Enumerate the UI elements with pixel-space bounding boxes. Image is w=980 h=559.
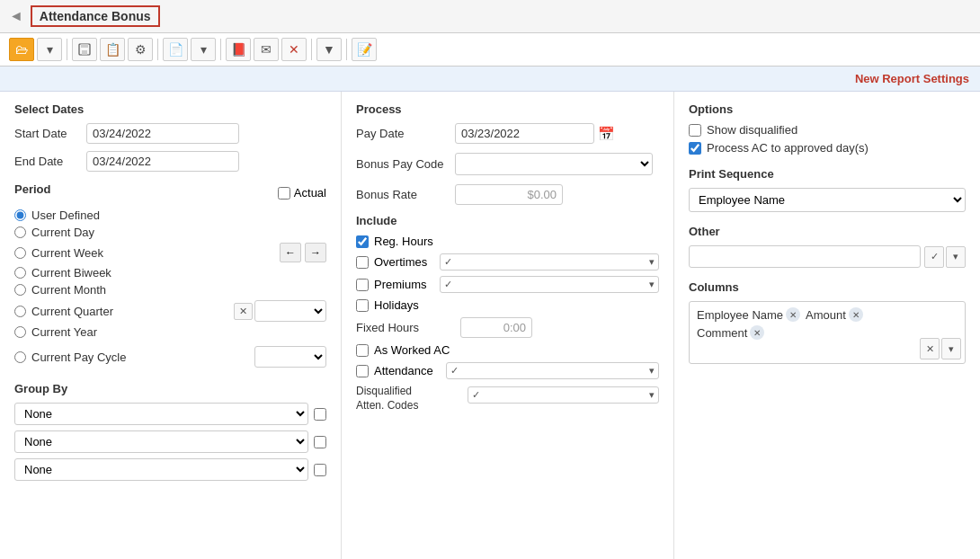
period-current-month-radio[interactable] <box>14 284 26 296</box>
week-prev-button[interactable]: ← <box>280 243 301 262</box>
quarter-select[interactable] <box>254 300 326 322</box>
notes-button[interactable]: 📝 <box>352 38 377 61</box>
quarter-clear-button[interactable]: ✕ <box>234 303 253 320</box>
period-current-day-row: Current Day <box>14 226 326 239</box>
end-date-input[interactable] <box>86 151 239 172</box>
folder-open-button[interactable]: 🗁 <box>9 38 34 61</box>
period-current-biweek-radio[interactable] <box>14 267 26 279</box>
back-button[interactable]: ◄ <box>9 8 23 24</box>
separator-2 <box>157 39 158 60</box>
start-date-input[interactable] <box>86 123 239 144</box>
column-amount-label: Amount <box>806 308 846 322</box>
group-select-3[interactable]: None <box>14 458 308 481</box>
columns-box-buttons: ✕ ▾ <box>920 338 961 359</box>
pay-cycle-select[interactable] <box>254 346 326 368</box>
overtimes-row: Overtimes ✓ ▾ <box>356 253 659 271</box>
period-radio-group: User Defined Current Day Current Week ← … <box>14 209 326 368</box>
print-sequence-section: Print Sequence Employee Name Employee ID… <box>689 167 966 212</box>
group-select-2[interactable]: None <box>14 430 308 453</box>
attendance-dropdown[interactable]: ✓ ▾ <box>446 362 659 379</box>
bonus-pay-code-select[interactable] <box>455 153 653 175</box>
bonus-rate-input[interactable] <box>455 184 563 205</box>
save-button[interactable] <box>72 38 97 61</box>
title-bar: ◄ Attendance Bonus <box>0 0 980 33</box>
attendance-dd-arrow-icon: ▾ <box>649 365 655 377</box>
period-current-biweek-row: Current Biweek <box>14 266 326 280</box>
fixed-hours-input[interactable] <box>460 317 532 338</box>
pay-date-input[interactable] <box>455 123 594 144</box>
period-current-pay-cycle-radio[interactable] <box>14 351 26 363</box>
week-next-button[interactable]: → <box>305 243 326 262</box>
group-select-1[interactable]: None <box>14 403 308 425</box>
column-employee-name-remove[interactable]: ✕ <box>786 307 800 322</box>
new-button[interactable]: 📄 <box>163 38 188 61</box>
holidays-row: Holidays <box>356 298 659 312</box>
premiums-check[interactable] <box>356 279 369 291</box>
column-amount-remove[interactable]: ✕ <box>849 307 863 322</box>
period-current-quarter-row: Current Quarter ✕ <box>14 300 326 322</box>
separator-3 <box>220 39 221 60</box>
calendar-icon[interactable]: 📅 <box>598 126 615 142</box>
fixed-hours-row: Fixed Hours <box>356 317 659 338</box>
attendance-row: Attendance ✓ ▾ <box>356 362 659 379</box>
select-dates-title: Select Dates <box>14 102 326 116</box>
columns-section: Columns Employee Name ✕ Amount ✕ Comment <box>689 280 966 364</box>
copy-button[interactable]: 📋 <box>100 38 125 61</box>
other-arrow-button[interactable]: ▾ <box>946 246 966 268</box>
period-current-week-row: Current Week ← → <box>14 243 326 262</box>
column-comment-remove[interactable]: ✕ <box>750 325 764 340</box>
filter-button[interactable]: ▼ <box>316 38 342 61</box>
svg-rect-2 <box>82 50 87 55</box>
period-section: Period Actual User Defined Current Day <box>14 182 326 368</box>
other-input[interactable] <box>689 245 921 268</box>
period-current-week-radio[interactable] <box>14 247 26 259</box>
columns-arrow-button[interactable]: ▾ <box>941 338 961 359</box>
overtimes-label: Overtimes <box>374 255 427 269</box>
column-employee-name-label: Employee Name <box>697 308 783 322</box>
period-current-year-radio[interactable] <box>14 326 26 338</box>
overtimes-check[interactable] <box>356 256 369 269</box>
group-check-3[interactable] <box>314 464 326 476</box>
as-worked-check[interactable] <box>356 344 369 357</box>
process-ac-check[interactable] <box>689 142 701 155</box>
period-user-defined-radio[interactable] <box>14 209 26 221</box>
show-disqualified-check[interactable] <box>689 124 701 137</box>
holidays-check[interactable] <box>356 299 369 312</box>
print-sequence-select[interactable]: Employee Name Employee ID Department Las… <box>689 188 966 212</box>
premiums-label: Premiums <box>374 278 427 291</box>
group-check-2[interactable] <box>314 436 326 448</box>
overtimes-dropdown[interactable]: ✓ ▾ <box>440 253 659 271</box>
other-buttons: ✓ ▾ <box>924 246 966 268</box>
open-dropdown-button[interactable]: ▾ <box>37 38 62 61</box>
group-check-1[interactable] <box>314 408 326 421</box>
column-tag-employee-name: Employee Name ✕ <box>697 307 800 322</box>
report-header: New Report Settings <box>0 67 980 92</box>
period-title: Period <box>14 182 50 196</box>
reg-hours-check[interactable] <box>356 235 369 248</box>
actual-checkbox[interactable] <box>278 187 290 200</box>
svg-rect-1 <box>81 44 88 48</box>
email-button[interactable]: ✉ <box>254 38 279 61</box>
disqualified-row: DisqualifiedAtten. Codes ✓ ▾ <box>356 385 659 413</box>
reg-hours-row: Reg. Hours <box>356 235 659 248</box>
process-ac-label: Process AC to approved day(s) <box>707 141 869 155</box>
disqualified-dropdown[interactable]: ✓ ▾ <box>468 386 659 404</box>
other-section: Other ✓ ▾ <box>689 225 966 268</box>
columns-clear-button[interactable]: ✕ <box>920 338 940 359</box>
period-current-quarter-radio[interactable] <box>14 306 26 317</box>
bonus-rate-row: Bonus Rate <box>356 184 659 205</box>
attendance-check[interactable] <box>356 365 369 377</box>
bonus-rate-label: Bonus Rate <box>356 188 455 201</box>
period-header: Period Actual <box>14 182 326 203</box>
disqualified-dd-check-icon: ✓ <box>472 389 480 401</box>
other-check-button[interactable]: ✓ <box>924 246 944 268</box>
pdf-button[interactable]: 📕 <box>226 38 251 61</box>
settings-button[interactable]: ⚙ <box>128 38 153 61</box>
delete-button[interactable]: ✕ <box>281 38 307 61</box>
separator-1 <box>67 39 67 60</box>
period-current-day-radio[interactable] <box>14 226 26 238</box>
new-dropdown-button[interactable]: ▾ <box>191 38 216 61</box>
period-current-biweek-label: Current Biweek <box>31 266 111 280</box>
left-panel: Select Dates Start Date End Date Period … <box>0 92 342 559</box>
premiums-dropdown[interactable]: ✓ ▾ <box>440 276 659 293</box>
